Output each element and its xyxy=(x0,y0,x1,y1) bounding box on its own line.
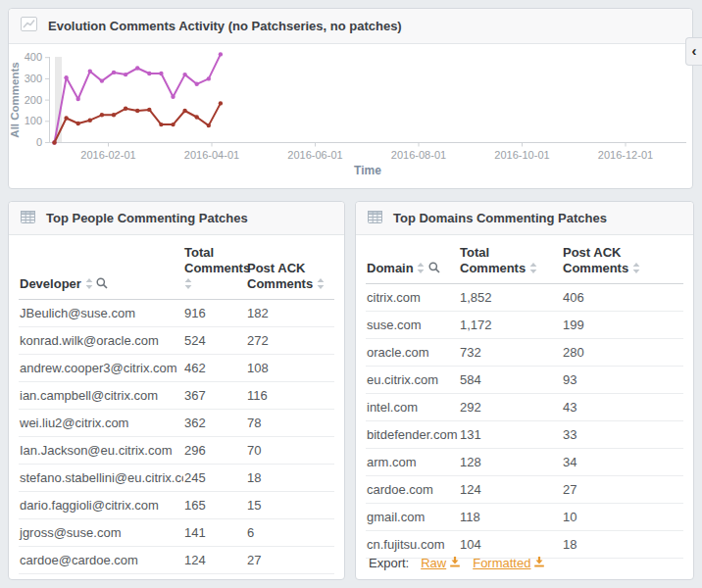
panel-header: Evolution Comments Activity (no Patchser… xyxy=(9,9,692,44)
table-cell: 1,852 xyxy=(459,284,562,312)
table-cell: 732 xyxy=(459,339,562,367)
column-label: Total Comments xyxy=(460,245,526,275)
table-cell: 78 xyxy=(246,410,334,437)
sort-icon[interactable] xyxy=(184,277,192,293)
top-domains-panel: Top Domains Commenting Patches Domain xyxy=(355,201,694,580)
sort-icon[interactable] xyxy=(529,262,537,277)
table-cell: stefano.stabellini@eu.citrix.com xyxy=(19,465,183,492)
export-raw-link[interactable]: Raw xyxy=(421,556,461,570)
table-cell: 916 xyxy=(183,300,246,327)
svg-text:2016-10-01: 2016-10-01 xyxy=(494,149,549,161)
svg-text:400: 400 xyxy=(25,51,42,63)
panel-header: Top People Commenting Patches xyxy=(9,202,344,235)
table-row: suse.com1,172199 xyxy=(366,312,683,339)
svg-text:2016-08-01: 2016-08-01 xyxy=(391,149,446,161)
table-cell: 128 xyxy=(459,449,562,476)
export-formatted-link[interactable]: Formatted xyxy=(473,556,545,570)
column-header-developer[interactable]: Developer xyxy=(19,235,183,300)
table-cell: 1,172 xyxy=(459,312,562,339)
download-icon xyxy=(533,556,545,570)
panel-title: Evolution Comments Activity (no Patchser… xyxy=(48,19,402,33)
chevron-left-icon: ‹ xyxy=(692,43,697,58)
table-cell: 182 xyxy=(246,300,334,327)
table-icon xyxy=(21,210,35,227)
table-cell: oracle.com xyxy=(366,339,459,367)
table-row: cn.fujitsu.com10418 xyxy=(366,531,683,559)
table-cell: Ian.Jackson@eu.citrix.com xyxy=(19,437,183,465)
column-header-total-comments[interactable]: Total Comments xyxy=(183,235,246,300)
table-cell: eu.citrix.com xyxy=(366,367,459,394)
table-cell: cn.fujitsu.com xyxy=(366,531,459,559)
svg-text:200: 200 xyxy=(25,94,42,106)
table-icon xyxy=(368,210,382,227)
table-cell: 10 xyxy=(562,504,683,531)
table-cell: JBeulich@suse.com xyxy=(19,300,183,327)
table-cell: 245 xyxy=(183,465,246,492)
table-cell: suse.com xyxy=(366,312,459,339)
table-row: citrix.com1,852406 xyxy=(366,284,683,312)
column-header-total-comments[interactable]: Total Comments xyxy=(459,235,562,284)
table-cell: cardoe.com xyxy=(366,476,459,504)
table-cell: 34 xyxy=(562,449,683,476)
column-label: Domain xyxy=(367,261,414,275)
sort-icon[interactable] xyxy=(317,277,325,293)
table-row: andrew.cooper3@citrix.com462108 xyxy=(19,355,334,382)
column-header-post-ack-comments[interactable]: Post ACK Comments xyxy=(246,235,334,300)
search-icon[interactable] xyxy=(96,277,108,293)
table-cell: 27 xyxy=(246,547,334,574)
table-cell: 6 xyxy=(246,519,334,547)
table-cell: 165 xyxy=(183,492,246,519)
table-cell: dario.faggioli@citrix.com xyxy=(19,492,183,519)
panel-header: Top Domains Commenting Patches xyxy=(356,202,693,235)
table-cell: 15 xyxy=(246,492,334,519)
table-row: eu.citrix.com58493 xyxy=(366,367,683,394)
table-row: konrad.wilk@oracle.com524272 xyxy=(19,327,334,355)
column-label: Total Comments xyxy=(184,245,250,275)
sort-icon[interactable] xyxy=(85,277,93,293)
table-cell: arm.com xyxy=(366,449,459,476)
table-cell: wei.liu2@citrix.com xyxy=(19,410,183,437)
top-people-panel: Top People Commenting Patches Developer xyxy=(8,201,345,580)
sort-icon[interactable] xyxy=(632,262,640,277)
table-row: Ian.Jackson@eu.citrix.com29670 xyxy=(19,437,334,465)
evolution-comments-chart[interactable]: 01002003004002016-02-012016-04-012016-06… xyxy=(9,44,692,188)
table-row: arm.com12834 xyxy=(366,449,683,476)
table-cell: 367 xyxy=(183,382,246,410)
table-cell: 93 xyxy=(562,367,683,394)
line-chart-icon xyxy=(21,17,37,35)
table-cell: 108 xyxy=(246,355,334,382)
table-cell: jgross@suse.com xyxy=(19,519,183,547)
evolution-comments-panel: Evolution Comments Activity (no Patchser… xyxy=(8,8,693,189)
svg-text:0: 0 xyxy=(36,136,42,148)
export-formatted-label: Formatted xyxy=(473,556,530,570)
table-cell: 27 xyxy=(562,476,683,504)
column-header-domain[interactable]: Domain xyxy=(366,235,459,284)
table-cell: 362 xyxy=(183,410,246,437)
domains-table: Domain Total Comments xyxy=(366,235,683,559)
search-icon[interactable] xyxy=(428,262,440,277)
table-cell: 584 xyxy=(459,367,562,394)
table-cell: gmail.com xyxy=(366,504,459,531)
collapse-sidebar-tab[interactable]: ‹ xyxy=(685,37,702,66)
table-cell: 131 xyxy=(459,421,562,449)
table-cell: 118 xyxy=(459,504,562,531)
table-row: intel.com29243 xyxy=(366,394,683,421)
table-cell: ian.campbell@citrix.com xyxy=(19,382,183,410)
table-cell: cardoe@cardoe.com xyxy=(19,547,183,574)
svg-text:300: 300 xyxy=(25,73,42,84)
table-row: gmail.com11810 xyxy=(366,504,683,531)
table-cell: 280 xyxy=(562,339,683,367)
table-cell: intel.com xyxy=(366,394,459,421)
export-raw-label: Raw xyxy=(421,556,446,570)
column-header-post-ack-comments[interactable]: Post ACK Comments xyxy=(562,235,683,284)
people-table-body: JBeulich@suse.com916182konrad.wilk@oracl… xyxy=(19,300,334,574)
export-label: Export: xyxy=(369,556,409,570)
table-cell: 141 xyxy=(183,519,246,547)
table-cell: 70 xyxy=(246,437,334,465)
sort-icon[interactable] xyxy=(417,262,425,277)
table-cell: 462 xyxy=(183,355,246,382)
panel-title: Top People Commenting Patches xyxy=(46,211,248,225)
table-cell: 116 xyxy=(246,382,334,410)
column-label: Post ACK Comments xyxy=(247,261,313,291)
table-row: ian.campbell@citrix.com367116 xyxy=(19,382,334,410)
